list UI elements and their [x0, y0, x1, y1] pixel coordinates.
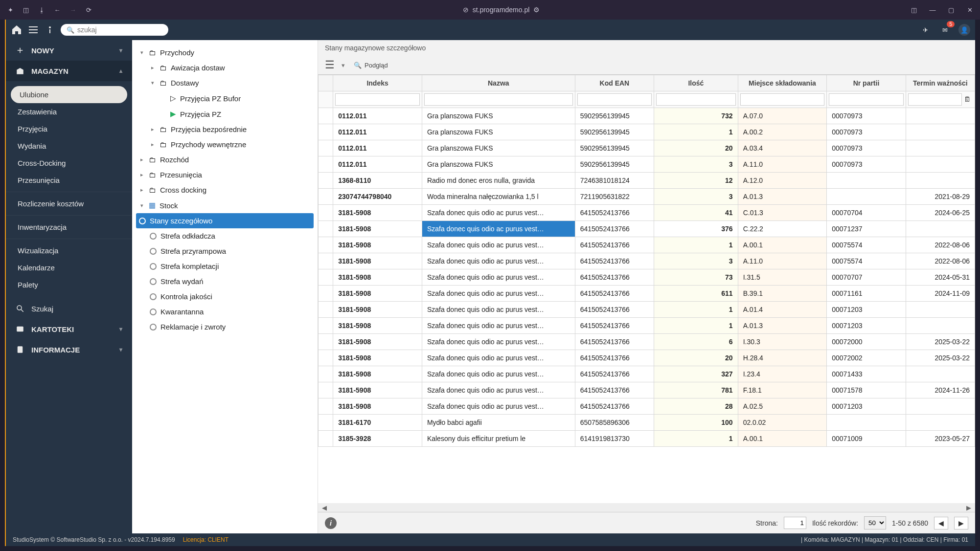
- cell-check[interactable]: [319, 205, 333, 221]
- filter-batch[interactable]: [829, 93, 903, 106]
- download-icon[interactable]: ⭳: [37, 5, 46, 14]
- table-row[interactable]: 3181-5908Szafa donec quis odio ac purus …: [319, 205, 975, 221]
- tree-strefa-wyd[interactable]: Strefa wydań: [132, 274, 318, 289]
- col-check[interactable]: [319, 75, 333, 91]
- col-qty[interactable]: Ilość: [654, 75, 738, 91]
- tree-przesuniecia[interactable]: ▸🗀Przesunięcia: [132, 167, 318, 182]
- cell-check[interactable]: [319, 237, 333, 253]
- tree-przychody[interactable]: ▾🗀Przychody: [132, 45, 318, 60]
- sub-crossdocking[interactable]: Cross-Docking: [6, 154, 132, 172]
- tree-crossdocking[interactable]: ▸🗀Cross docking: [132, 182, 318, 198]
- data-grid[interactable]: Indeks Nazwa Kod EAN Ilość Miejsce skład…: [318, 75, 975, 503]
- col-ean[interactable]: Kod EAN: [575, 75, 654, 91]
- filter-exp[interactable]: [908, 93, 962, 106]
- nav-new[interactable]: NOWY ▾: [6, 40, 132, 61]
- filter-qty[interactable]: [656, 93, 736, 106]
- sub-inventory[interactable]: Inwentaryzacja: [6, 219, 132, 236]
- home-icon[interactable]: [11, 24, 23, 36]
- page-input[interactable]: [784, 517, 806, 529]
- sub-transfers[interactable]: Przesunięcia: [6, 172, 132, 189]
- table-row[interactable]: 3181-5908Szafa donec quis odio ac purus …: [319, 286, 975, 302]
- sub-receipts[interactable]: Przyjęcia: [6, 120, 132, 137]
- info-button[interactable]: i: [325, 517, 337, 529]
- cell-check[interactable]: [319, 318, 333, 334]
- cell-check[interactable]: [319, 286, 333, 302]
- table-row[interactable]: 3185-3928Kalesony duis efficitur pretium…: [319, 431, 975, 447]
- tree-pz[interactable]: ▶Przyjęcia PZ: [132, 106, 318, 122]
- table-row[interactable]: 1368-8110Radio md donec eros nulla, grav…: [319, 173, 975, 189]
- list-icon[interactable]: [27, 24, 39, 36]
- tree-strefa-przy[interactable]: Strefa przyrampowa: [132, 243, 318, 259]
- preview-button[interactable]: 🔍 Podgląd: [354, 62, 388, 69]
- cell-check[interactable]: [319, 124, 333, 140]
- tree-rozchod[interactable]: ▸🗀Rozchód: [132, 152, 318, 167]
- browser-logo-icon[interactable]: ✦: [6, 5, 15, 14]
- calendar-icon[interactable]: 🗓: [964, 95, 971, 103]
- col-exp[interactable]: Termin ważności: [906, 75, 975, 91]
- table-row[interactable]: 0112.011Gra planszowa FUKS59029561399457…: [319, 108, 975, 124]
- nav-kartoteki[interactable]: KARTOTEKI ▾: [6, 319, 132, 339]
- col-name[interactable]: Nazwa: [422, 75, 575, 91]
- table-row[interactable]: 3181-5908Szafa donec quis odio ac purus …: [319, 366, 975, 382]
- sidebar-toggle-icon[interactable]: ◫: [22, 5, 30, 14]
- filter-ean[interactable]: [577, 93, 652, 106]
- minimize-icon[interactable]: —: [928, 5, 937, 14]
- tree-wewnetrzne[interactable]: ▸🗀Przychody wewnętrzne: [132, 137, 318, 152]
- pager-prev[interactable]: ◀: [934, 517, 948, 529]
- global-search[interactable]: 🔍: [61, 24, 168, 36]
- filter-name[interactable]: [424, 93, 573, 106]
- table-row[interactable]: 3181-5908Szafa donec quis odio ac purus …: [319, 318, 975, 334]
- back-icon[interactable]: ←: [53, 5, 62, 14]
- hamburger-icon[interactable]: ☰: [322, 59, 338, 71]
- table-row[interactable]: 3181-6170Mydło babci agafii6507585896306…: [319, 415, 975, 431]
- tree-reklamacje[interactable]: Reklamacje i zwroty: [132, 319, 318, 334]
- dropdown-icon[interactable]: ▾: [342, 62, 345, 69]
- sub-cost[interactable]: Rozliczenie kosztów: [6, 195, 132, 212]
- sub-viz[interactable]: Wizualizacja: [6, 242, 132, 259]
- nav-warehouse[interactable]: MAGAZYN ▴: [6, 61, 132, 81]
- table-row[interactable]: 3181-5908Szafa donec quis odio ac purus …: [319, 350, 975, 366]
- col-batch[interactable]: Nr partii: [827, 75, 906, 91]
- cell-check[interactable]: [319, 156, 333, 173]
- cell-check[interactable]: [319, 382, 333, 398]
- filter-index[interactable]: [335, 93, 420, 106]
- scroll-right-icon[interactable]: ▶: [964, 504, 973, 511]
- cell-check[interactable]: [319, 140, 333, 156]
- pager-next[interactable]: ▶: [954, 517, 968, 529]
- nav-search[interactable]: Szukaj: [6, 298, 132, 319]
- cell-check[interactable]: [319, 350, 333, 366]
- maximize-icon[interactable]: ▢: [947, 5, 956, 14]
- url-text[interactable]: st.programdemo.pl: [473, 6, 530, 14]
- plane-icon[interactable]: ✈: [919, 24, 931, 36]
- tree-dostawy[interactable]: ▾🗀Dostawy: [132, 75, 318, 90]
- nav-informacje[interactable]: INFORMACJE ▾: [6, 339, 132, 360]
- close-icon[interactable]: ✕: [965, 5, 974, 14]
- cell-check[interactable]: [319, 431, 333, 447]
- sub-pallets[interactable]: Palety: [6, 276, 132, 293]
- cell-check[interactable]: [319, 108, 333, 124]
- cell-check[interactable]: [319, 173, 333, 189]
- sub-issues[interactable]: Wydania: [6, 137, 132, 154]
- tree-stock[interactable]: ▾▦Stock: [132, 198, 318, 213]
- filter-loc[interactable]: [740, 93, 825, 106]
- tree-bezposrednie[interactable]: ▸🗀Przyjęcia bezpośrednie: [132, 122, 318, 137]
- settings-icon[interactable]: ⚙: [533, 6, 540, 14]
- horizontal-scrollbar[interactable]: ◀ ▶: [318, 503, 975, 512]
- table-row[interactable]: 0112.011Gra planszowa FUKS59029561399451…: [319, 124, 975, 140]
- cell-check[interactable]: [319, 366, 333, 382]
- table-row[interactable]: 3181-5908Szafa donec quis odio ac purus …: [319, 269, 975, 286]
- reload-icon[interactable]: ⟳: [84, 5, 93, 14]
- sub-calendars[interactable]: Kalendarze: [6, 259, 132, 276]
- col-index[interactable]: Indeks: [333, 75, 422, 91]
- info-icon[interactable]: [44, 24, 56, 36]
- tree-kwarantanna[interactable]: Kwarantanna: [132, 304, 318, 319]
- tree-awizacja[interactable]: ▸🗀Awizacja dostaw: [132, 60, 318, 75]
- tree-strefa-komp[interactable]: Strefa kompletacji: [132, 259, 318, 274]
- table-row[interactable]: 0112.011Gra planszowa FUKS59029561399453…: [319, 156, 975, 173]
- table-row[interactable]: 3181-5908Szafa donec quis odio ac purus …: [319, 237, 975, 253]
- search-input[interactable]: [77, 26, 163, 34]
- mail-icon[interactable]: ✉5: [939, 24, 951, 36]
- tree-stany[interactable]: Stany szczegółowo: [136, 213, 314, 228]
- tree-kontrola[interactable]: Kontrola jakości: [132, 289, 318, 304]
- table-row[interactable]: 3181-5908Szafa donec quis odio ac purus …: [319, 398, 975, 415]
